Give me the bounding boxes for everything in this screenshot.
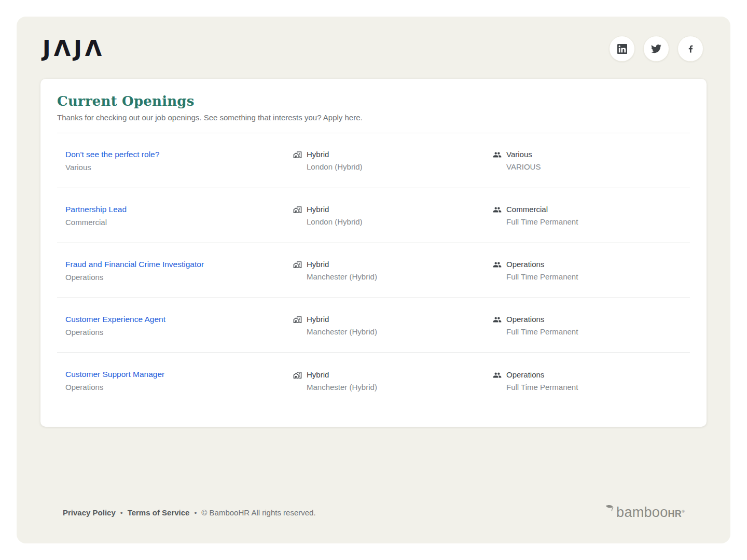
job-employment-type: VARIOUS — [506, 162, 541, 171]
topbar: JΛJΛ — [17, 17, 730, 62]
job-row: Partnership Lead Commercial Hybrid Londo… — [57, 188, 690, 243]
job-title-link[interactable]: Don't see the perfect role? — [65, 150, 159, 159]
linkedin-icon — [617, 44, 627, 54]
bamboohr-logo: bambooHR® — [606, 506, 685, 520]
job-row: Don't see the perfect role? Various Hybr… — [57, 133, 690, 188]
people-icon — [493, 315, 502, 324]
twitter-icon — [651, 44, 661, 54]
job-title-link[interactable]: Customer Experience Agent — [65, 315, 165, 324]
privacy-policy-link[interactable]: Privacy Policy — [63, 508, 116, 517]
job-group: Operations — [506, 370, 578, 379]
job-work-type: Hybrid — [307, 150, 363, 159]
home-work-icon — [293, 371, 302, 380]
job-title-cell: Customer Support Manager Operations — [65, 370, 293, 391]
job-work-type: Hybrid — [307, 315, 377, 324]
facebook-icon — [686, 44, 696, 54]
job-location: Manchester (Hybrid) — [307, 272, 377, 281]
separator-dot: • — [120, 509, 123, 517]
job-type-cell: Commercial Full Time Permanent — [493, 205, 690, 226]
job-title-cell: Partnership Lead Commercial — [65, 205, 293, 227]
home-work-icon — [293, 315, 302, 324]
separator-dot: • — [194, 509, 197, 517]
facebook-button[interactable] — [677, 36, 703, 62]
job-work-type: Hybrid — [307, 370, 377, 379]
bamboo-leaf-icon — [605, 504, 617, 513]
job-work-type: Hybrid — [307, 205, 363, 214]
job-title-cell: Don't see the perfect role? Various — [65, 150, 293, 172]
job-department: Operations — [65, 383, 293, 391]
job-type-cell: Operations Full Time Permanent — [493, 370, 690, 391]
footer-links: Privacy Policy • Terms of Service • © Ba… — [63, 508, 316, 517]
page-container: JΛJΛ Current Openings Thanks for chec — [17, 17, 730, 543]
job-title-link[interactable]: Fraud and Financial Crime Investigator — [65, 260, 204, 269]
home-work-icon — [293, 260, 302, 269]
job-type-cell: Operations Full Time Permanent — [493, 315, 690, 336]
job-work-type: Hybrid — [307, 260, 377, 269]
footer: Privacy Policy • Terms of Service • © Ba… — [17, 506, 730, 543]
linkedin-button[interactable] — [609, 36, 635, 62]
job-department: Operations — [65, 328, 293, 337]
job-group: Various — [506, 150, 541, 159]
job-type-cell: Various VARIOUS — [493, 150, 690, 171]
job-employment-type: Full Time Permanent — [506, 217, 578, 226]
job-location-cell: Hybrid London (Hybrid) — [293, 205, 493, 226]
job-title-link[interactable]: Customer Support Manager — [65, 370, 164, 379]
job-employment-type: Full Time Permanent — [506, 383, 578, 391]
bamboo-hr-suffix: HR — [668, 509, 682, 520]
job-row: Fraud and Financial Crime Investigator O… — [57, 243, 690, 298]
job-group: Commercial — [506, 205, 578, 214]
bamboo-wordmark: bamboo — [616, 506, 668, 520]
job-group: Operations — [506, 315, 578, 324]
job-location-cell: Hybrid Manchester (Hybrid) — [293, 260, 493, 281]
social-links — [609, 36, 703, 62]
job-title-link[interactable]: Partnership Lead — [65, 205, 127, 214]
people-icon — [493, 260, 502, 269]
job-location: London (Hybrid) — [307, 217, 363, 226]
page-title: Current Openings — [57, 93, 690, 109]
home-work-icon — [293, 205, 302, 214]
job-row: Customer Experience Agent Operations Hyb… — [57, 298, 690, 353]
job-location-cell: Hybrid London (Hybrid) — [293, 150, 493, 171]
terms-of-service-link[interactable]: Terms of Service — [128, 508, 190, 517]
people-icon — [493, 371, 502, 380]
job-location: London (Hybrid) — [307, 162, 363, 171]
job-type-cell: Operations Full Time Permanent — [493, 260, 690, 281]
home-work-icon — [293, 150, 302, 159]
registered-mark: ® — [682, 509, 685, 514]
job-row: Customer Support Manager Operations Hybr… — [57, 353, 690, 408]
company-logo: JΛJΛ — [43, 38, 105, 60]
job-employment-type: Full Time Permanent — [506, 272, 578, 281]
job-employment-type: Full Time Permanent — [506, 327, 578, 336]
twitter-button[interactable] — [643, 36, 669, 62]
job-department: Operations — [65, 273, 293, 282]
job-location: Manchester (Hybrid) — [307, 327, 377, 336]
openings-card: Current Openings Thanks for checking out… — [40, 79, 707, 427]
job-location: Manchester (Hybrid) — [307, 383, 377, 391]
job-department: Commercial — [65, 218, 293, 227]
job-location-cell: Hybrid Manchester (Hybrid) — [293, 370, 493, 391]
job-title-cell: Fraud and Financial Crime Investigator O… — [65, 260, 293, 282]
people-icon — [493, 150, 502, 159]
job-title-cell: Customer Experience Agent Operations — [65, 315, 293, 337]
job-location-cell: Hybrid Manchester (Hybrid) — [293, 315, 493, 336]
people-icon — [493, 205, 502, 214]
job-group: Operations — [506, 260, 578, 269]
card-header: Current Openings Thanks for checking out… — [57, 79, 690, 133]
copyright-text: © BambooHR All rights reserved. — [201, 508, 315, 517]
job-department: Various — [65, 163, 293, 172]
page-subtitle: Thanks for checking out our job openings… — [57, 113, 690, 122]
